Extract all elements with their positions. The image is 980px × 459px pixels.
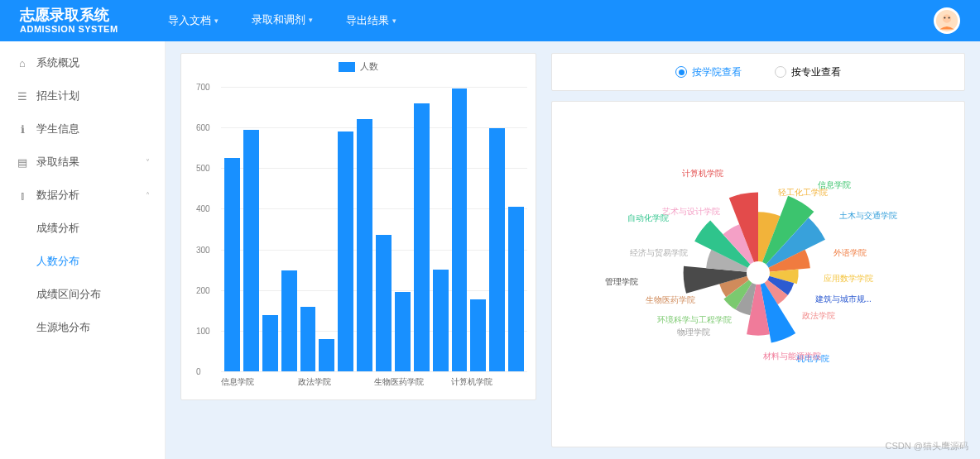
- home-icon: ⌂: [17, 57, 28, 69]
- x-tick-label: 计算机学院: [451, 376, 528, 388]
- bar[interactable]: [262, 315, 278, 371]
- svg-point-3: [949, 17, 950, 18]
- sidebar-subitem-label: 人数分布: [36, 254, 79, 269]
- sidebar-subitem[interactable]: 人数分布: [0, 245, 165, 278]
- bar[interactable]: [395, 292, 411, 371]
- pie-chart: 轻工化工学院信息学院土木与交通学院外语学院应用数学学院建筑与城市规...政法学院…: [659, 174, 858, 375]
- bar-chart-card: 人数 0100200300400500600700 信息学院政法学院生物医药学院…: [180, 53, 536, 400]
- sidebar-item[interactable]: ☰招生计划: [0, 79, 165, 112]
- chevron-down-icon: ▾: [392, 17, 396, 25]
- pie-label: 经济与贸易学院: [630, 247, 688, 259]
- radio-label: 按专业查看: [791, 65, 841, 79]
- sidebar-item[interactable]: ⫿数据分析˄: [0, 179, 165, 212]
- pie-label: 应用数学学院: [824, 273, 873, 284]
- y-tick-label: 300: [196, 245, 210, 254]
- bar[interactable]: [319, 339, 334, 371]
- doc-icon: ▤: [17, 156, 28, 168]
- bar[interactable]: [243, 130, 259, 371]
- bar[interactable]: [452, 88, 468, 371]
- bar[interactable]: [300, 307, 316, 371]
- watermark: CSDN @猫头鹰源码: [886, 440, 968, 452]
- y-tick-label: 200: [196, 285, 210, 294]
- bar[interactable]: [357, 119, 372, 371]
- avatar[interactable]: [934, 7, 960, 34]
- y-tick-label: 400: [196, 204, 210, 213]
- bar-legend: 人数: [181, 60, 536, 73]
- sidebar-subitem-label: 成绩分析: [36, 221, 79, 236]
- bar-x-labels: 信息学院政法学院生物医药学院计算机学院: [221, 376, 527, 388]
- pie-label: 外语学院: [833, 247, 867, 259]
- svg-point-2: [944, 17, 945, 18]
- radio-by-college[interactable]: 按学院查看: [675, 65, 742, 79]
- bar[interactable]: [414, 103, 430, 371]
- nav-import[interactable]: 导入文档▾: [168, 12, 219, 29]
- pie-label: 艺术与设计学院: [662, 206, 720, 218]
- content: 人数 0100200300400500600700 信息学院政法学院生物医药学院…: [166, 41, 980, 459]
- sidebar-subitem-label: 生源地分布: [36, 320, 90, 335]
- chevron-down-icon: ▾: [309, 16, 313, 24]
- nav-admission[interactable]: 录取和调剂▾: [252, 12, 313, 29]
- chevron-up-icon: ˄: [146, 191, 150, 200]
- sidebar-subitem-label: 成绩区间分布: [36, 287, 101, 302]
- app-header: 志愿录取系统 ADMISSION SYSTEM 导入文档▾ 录取和调剂▾ 导出结…: [0, 0, 980, 41]
- x-tick-label: 生物医药学院: [374, 376, 451, 388]
- header-left: 志愿录取系统 ADMISSION SYSTEM 导入文档▾ 录取和调剂▾ 导出结…: [20, 7, 396, 34]
- y-tick-label: 500: [196, 164, 210, 173]
- pie-label: 管理学院: [605, 276, 638, 288]
- bar[interactable]: [508, 207, 524, 371]
- info-icon: ℹ: [17, 123, 28, 135]
- brand-title: 志愿录取系统: [20, 7, 118, 24]
- sidebar-item[interactable]: ⌂系统概况: [0, 46, 165, 79]
- sidebar-item-label: 招生计划: [36, 88, 79, 103]
- bar[interactable]: [433, 270, 449, 371]
- pie-label: 政法学院: [802, 310, 835, 322]
- bar-chart: 0100200300400500600700: [221, 87, 527, 371]
- filter-card: 按学院查看 按专业查看: [551, 53, 965, 91]
- pie-label: 计算机学院: [682, 168, 723, 179]
- chevron-down-icon: ˅: [146, 158, 150, 167]
- chart-icon: ⫿: [17, 189, 28, 201]
- list-icon: ☰: [17, 90, 28, 102]
- radio-dot-icon: [675, 66, 687, 78]
- sidebar-item[interactable]: ℹ学生信息: [0, 112, 165, 146]
- sidebar-subitem[interactable]: 成绩分析: [0, 212, 165, 245]
- y-tick-label: 600: [196, 123, 210, 132]
- bar[interactable]: [338, 131, 353, 371]
- bar[interactable]: [470, 299, 486, 371]
- top-nav: 导入文档▾ 录取和调剂▾ 导出结果▾: [168, 12, 396, 29]
- chevron-down-icon: ▾: [214, 17, 219, 25]
- sidebar-item-label: 数据分析: [36, 188, 79, 203]
- x-tick-label: 政法学院: [298, 376, 375, 388]
- legend-swatch: [339, 62, 355, 72]
- pie-label: 建筑与城市规...: [815, 294, 872, 305]
- bar[interactable]: [281, 270, 297, 371]
- pie-label: 环境科学与工程学院: [657, 314, 732, 326]
- nav-export[interactable]: 导出结果▾: [346, 12, 396, 29]
- pie-label: 生物医药学院: [646, 294, 695, 306]
- sidebar: ⌂系统概况☰招生计划ℹ学生信息▤录取结果˅⫿数据分析˄成绩分析人数分布成绩区间分…: [0, 41, 166, 459]
- legend-label: 人数: [360, 61, 378, 71]
- sidebar-item-label: 系统概况: [36, 55, 79, 70]
- pie-chart-card: 轻工化工学院信息学院土木与交通学院外语学院应用数学学院建筑与城市规...政法学院…: [551, 101, 965, 447]
- radio-by-major[interactable]: 按专业查看: [775, 65, 841, 79]
- bar[interactable]: [489, 128, 505, 371]
- sidebar-item-label: 录取结果: [36, 155, 79, 170]
- sidebar-item[interactable]: ▤录取结果˅: [0, 146, 165, 179]
- sidebar-subitem[interactable]: 成绩区间分布: [0, 278, 165, 311]
- pie-label: 物理学院: [677, 327, 710, 338]
- app-body: ⌂系统概况☰招生计划ℹ学生信息▤录取结果˅⫿数据分析˄成绩分析人数分布成绩区间分…: [0, 41, 980, 459]
- bar[interactable]: [376, 235, 392, 371]
- bar[interactable]: [224, 158, 240, 371]
- pie-label: 土木与交通学院: [839, 210, 897, 222]
- svg-point-4: [747, 261, 770, 284]
- y-tick-label: 0: [196, 367, 201, 376]
- sidebar-item-label: 学生信息: [36, 122, 79, 136]
- y-tick-label: 700: [196, 83, 210, 92]
- brand: 志愿录取系统 ADMISSION SYSTEM: [20, 7, 118, 34]
- sidebar-subitem[interactable]: 生源地分布: [0, 311, 165, 344]
- brand-subtitle: ADMISSION SYSTEM: [20, 24, 118, 34]
- x-tick-label: 信息学院: [221, 376, 298, 388]
- svg-point-1: [943, 14, 952, 23]
- radio-label: 按学院查看: [692, 65, 742, 79]
- pie-label: 信息学院: [818, 179, 851, 191]
